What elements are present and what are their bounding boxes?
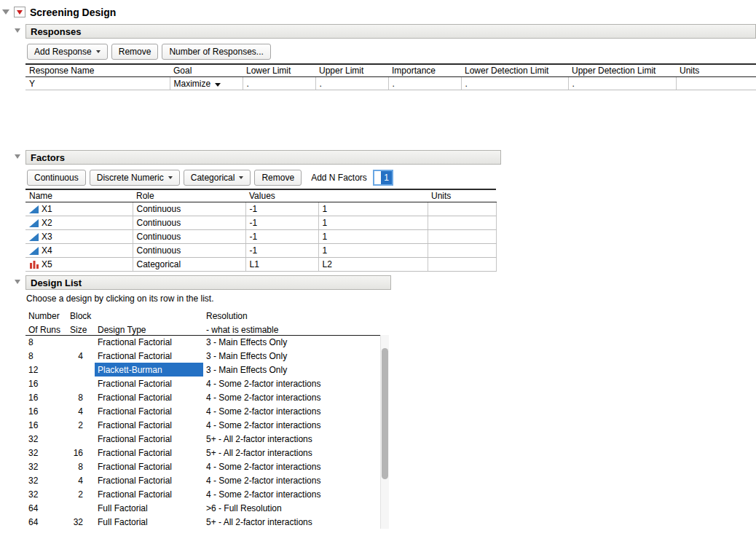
lower-limit-cell[interactable]: . (243, 77, 315, 90)
header-factor-values: Values (245, 189, 428, 202)
factor-name-cell[interactable]: X2 (25, 216, 133, 230)
responses-section-title: Responses (31, 26, 81, 37)
design-row[interactable]: 16 2 Fractional Factorial 4 - Some 2-fac… (25, 418, 380, 432)
number-of-responses-button[interactable]: Number of Responses... (162, 44, 270, 60)
disclosure-design-list-icon[interactable] (15, 280, 20, 284)
factor-name-cell[interactable]: X5 (25, 258, 133, 272)
factor-name-cell[interactable]: X1 (25, 202, 133, 216)
response-row: Y Maximize . . . . . (25, 77, 756, 90)
remove-response-button[interactable]: Remove (111, 44, 159, 60)
upper-detection-limit-cell[interactable]: . (568, 77, 676, 90)
factor-value-high-cell[interactable]: 1 (318, 244, 428, 258)
design-row[interactable]: 8 Fractional Factorial 3 - Main Effects … (25, 335, 380, 349)
design-row[interactable]: 32 4 Fractional Factorial 4 - Some 2-fac… (25, 473, 380, 487)
header-spacer (95, 308, 203, 321)
lower-detection-limit-cell[interactable]: . (461, 77, 568, 90)
factor-units-cell[interactable] (428, 202, 496, 216)
remove-factor-button[interactable]: Remove (254, 170, 302, 186)
design-list-scrollbar[interactable] (380, 335, 389, 529)
block-cell: 32 (67, 515, 95, 529)
continuous-button[interactable]: Continuous (27, 170, 86, 186)
resolution-cell: 4 - Some 2-factor interactions (203, 460, 380, 473)
design-list-header-bar[interactable]: Design List (25, 275, 391, 290)
remove-factor-label: Remove (261, 173, 294, 183)
discrete-numeric-button[interactable]: Discrete Numeric (90, 170, 180, 186)
design-row[interactable]: 16 8 Fractional Factorial 4 - Some 2-fac… (25, 390, 380, 404)
disclosure-responses-icon[interactable] (15, 28, 20, 33)
responses-header-bar[interactable]: Responses (25, 24, 756, 39)
header-goal: Goal (170, 64, 243, 77)
factor-value-low-cell[interactable]: -1 (245, 244, 318, 258)
design-row[interactable]: 64 Full Factorial >6 - Full Resolution (25, 501, 380, 515)
factor-name-cell[interactable]: X3 (25, 230, 133, 244)
factor-role-cell[interactable]: Continuous (133, 244, 245, 258)
header-block: Block (67, 308, 95, 321)
factors-header-row: Name Role Values Units (25, 189, 496, 202)
header-resolution: Resolution (203, 308, 380, 321)
design-row[interactable]: 64 32 Full Factorial 5+ - All 2-factor i… (25, 515, 380, 529)
factor-value-high-cell[interactable]: 1 (318, 202, 428, 216)
n-factors-input[interactable]: 1 (373, 170, 393, 186)
block-cell: 4 (67, 473, 95, 487)
response-name-cell[interactable]: Y (25, 77, 170, 90)
design-row[interactable]: 8 4 Fractional Factorial 3 - Main Effect… (25, 349, 380, 363)
factor-row: X4 Continuous -1 1 (25, 244, 496, 258)
factor-value-high-cell[interactable]: L2 (318, 258, 428, 272)
categorical-button[interactable]: Categorical (184, 170, 251, 186)
factor-role-cell[interactable]: Continuous (133, 202, 245, 216)
header-lower-detection-limit: Lower Detection Limit (461, 64, 568, 77)
resolution-cell: 5+ - All 2-factor interactions (203, 515, 380, 529)
factor-name-cell[interactable]: X4 (25, 244, 133, 258)
factor-units-cell[interactable] (428, 230, 496, 244)
factor-role-cell[interactable]: Continuous (133, 230, 245, 244)
factor-value-low-cell[interactable]: -1 (245, 202, 318, 216)
factor-units-cell[interactable] (428, 244, 496, 258)
factor-value-high-cell[interactable]: 1 (318, 216, 428, 230)
factor-units-cell[interactable] (428, 258, 496, 272)
scrollbar-thumb[interactable] (382, 348, 388, 479)
add-response-button[interactable]: Add Response (27, 44, 108, 60)
block-cell: 16 (67, 446, 95, 460)
design-row[interactable]: 32 Fractional Factorial 5+ - All 2-facto… (25, 432, 380, 446)
factor-units-cell[interactable] (428, 216, 496, 230)
factor-name: X4 (42, 245, 52, 256)
design-row[interactable]: 16 4 Fractional Factorial 4 - Some 2-fac… (25, 404, 380, 418)
factors-toolbar: Continuous Discrete Numeric Categorical … (27, 170, 756, 186)
design-type-cell: Fractional Factorial (95, 418, 203, 432)
runs-cell: 64 (25, 515, 67, 529)
block-cell: 2 (67, 418, 95, 432)
factor-role-cell[interactable]: Categorical (133, 258, 245, 272)
design-row-selected[interactable]: 12 Plackett-Burman 3 - Main Effects Only (25, 363, 380, 377)
importance-cell[interactable]: . (388, 77, 461, 90)
factors-section-title: Factors (31, 152, 65, 163)
factor-value-high-cell[interactable]: 1 (318, 230, 428, 244)
design-row[interactable]: 32 8 Fractional Factorial 4 - Some 2-fac… (25, 460, 380, 473)
responses-table: Response Name Goal Lower Limit Upper Lim… (25, 63, 756, 90)
design-row[interactable]: 32 2 Fractional Factorial 4 - Some 2-fac… (25, 487, 380, 501)
header-of-runs: Of Runs (25, 321, 67, 335)
factors-header-bar[interactable]: Factors (25, 150, 501, 165)
factor-role-cell[interactable]: Continuous (133, 216, 245, 230)
runs-cell: 8 (25, 335, 67, 349)
design-row[interactable]: 32 16 Fractional Factorial 5+ - All 2-fa… (25, 446, 380, 460)
disclosure-factors-icon[interactable] (15, 154, 20, 159)
upper-limit-cell[interactable]: . (315, 77, 388, 90)
design-type-cell: Fractional Factorial (95, 460, 203, 473)
disclosure-screening-design-icon[interactable] (2, 9, 9, 15)
goal-dropdown[interactable]: Maximize (170, 77, 243, 90)
resolution-cell: 4 - Some 2-factor interactions (203, 487, 380, 501)
factor-value-low-cell[interactable]: L1 (245, 258, 318, 272)
runs-cell: 32 (25, 487, 67, 501)
design-type-cell: Fractional Factorial (95, 404, 203, 418)
design-type-cell: Fractional Factorial (95, 473, 203, 487)
factor-value-low-cell[interactable]: -1 (245, 216, 318, 230)
add-n-factors-button[interactable]: Add N Factors (305, 170, 373, 186)
header-units: Units (676, 64, 756, 77)
red-triangle-menu-button[interactable] (14, 7, 25, 17)
header-size: Size (67, 321, 95, 335)
design-row[interactable]: 16 Fractional Factorial 4 - Some 2-facto… (25, 377, 380, 390)
header-what-is-estimable: - what is estimable (203, 321, 380, 335)
units-cell[interactable] (676, 77, 756, 90)
factor-value-low-cell[interactable]: -1 (245, 230, 318, 244)
continuous-icon (29, 233, 39, 241)
